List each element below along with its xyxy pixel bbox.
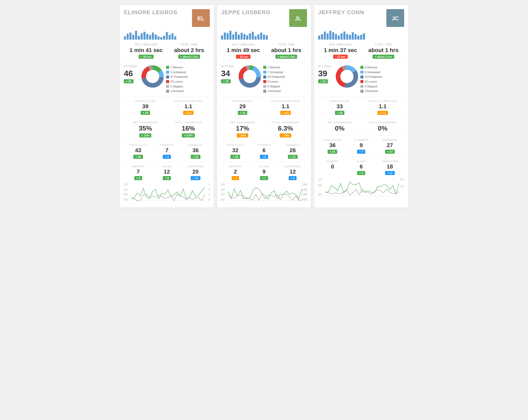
donut-chart xyxy=(238,65,261,88)
legend: 7 Winners 5 Scheduled 21 Postponed xyxy=(166,65,188,94)
net-conversion-block: NET CONVERSION 0% xyxy=(318,121,361,132)
avg-time-value: 1 min 41 sec xyxy=(129,47,163,54)
attempts-badge: + 2 xyxy=(163,155,171,159)
total-calls-badge: + 21 xyxy=(328,150,337,154)
claims-value: 9 xyxy=(250,168,278,175)
legend-label: 3 Archived xyxy=(365,89,378,94)
calls-row: TOTAL CALLS 43 + 24 ATTEMPTS 7 + 2 CONNE… xyxy=(124,144,210,159)
legend-item: 15 Losers xyxy=(360,79,382,84)
claims-value: 12 xyxy=(153,168,181,175)
legend-label: 21 Postponed xyxy=(170,74,188,79)
legend-item: 0 Skipped xyxy=(166,84,188,89)
claims-badge: + 1 xyxy=(260,176,268,180)
legend-label: 10 Losers xyxy=(170,79,183,84)
legend-item: 7 Scheduled xyxy=(263,70,285,75)
total-conversion-badge: + 5.8% xyxy=(182,133,195,137)
leads-row: LEADS CALLED 29 + 16 AVG CALLS PER LEAD … xyxy=(221,100,307,115)
time-section: AVG TIME/LEAD 1 min 49 sec - 16 sec TOTA… xyxy=(221,43,307,59)
attempts-value: 9 xyxy=(347,142,376,149)
calls-row: TOTAL CALLS 36 + 21 ATTEMPTS 9 + 7 CONNE… xyxy=(318,139,404,154)
claims-value: 6 xyxy=(347,163,376,170)
completed-badge: + 11 xyxy=(385,171,395,175)
leads-called-block: LEADS CALLED 29 + 16 xyxy=(221,100,264,115)
y-axis-right: 3 2 1 0 xyxy=(208,183,210,201)
card-header: JEFFREY CONN JC xyxy=(318,9,404,27)
legend-label: 0 Skipped xyxy=(268,84,280,89)
total-time-label: TOTAL TIME xyxy=(368,43,399,46)
actions-label: ACTIONS xyxy=(221,65,234,68)
donut-chart xyxy=(335,65,358,88)
avatar: JL xyxy=(289,9,307,27)
total-calls-badge: + 24 xyxy=(133,155,143,159)
avg-time-label: AVG TIME/LEAD xyxy=(227,43,260,46)
card-header: JEPPE LIISBERG JL xyxy=(221,9,307,27)
winners-value: 2 xyxy=(221,168,250,175)
net-conversion-label: NET CONVERSION xyxy=(221,121,264,124)
winners-block: WINNERS 0 xyxy=(318,160,347,175)
legend-item: 0 Skipped xyxy=(360,84,382,89)
avg-time-label: AVG TIME/LEAD xyxy=(129,43,163,46)
legend-item: 8 Losers xyxy=(263,79,285,84)
attempts-label: ATTEMPTS xyxy=(250,144,278,146)
completed-badge: + 11 xyxy=(191,176,200,180)
legend-item: 2 Winners xyxy=(263,65,285,70)
connects-label: CONNECTS xyxy=(375,139,404,141)
leads-called-value: 29 xyxy=(221,103,264,110)
connects-badge: + 13 xyxy=(288,155,298,159)
actions-row: ACTIONS 46 + 25 7 Winners xyxy=(124,65,210,94)
claims-badge: + 3 xyxy=(357,171,365,175)
claims-label: CLAIMS xyxy=(250,165,278,168)
chart-area xyxy=(325,178,397,196)
net-conversion-badge: + 13% xyxy=(139,133,152,137)
actions-badge: + 19 xyxy=(221,79,231,83)
legend-label: 8 Losers xyxy=(268,79,278,84)
total-conversion-value: 16% xyxy=(167,125,210,132)
conversion-row: NET CONVERSION 0% TOTAL CONVERSION 0% xyxy=(318,121,404,132)
completed-badge: + 5 xyxy=(289,176,297,180)
total-conversion-block: TOTAL CONVERSION 16% + 5.8% xyxy=(167,121,210,137)
winners-block: WINNERS 2 - 1 xyxy=(221,165,250,180)
avatar: EL xyxy=(192,9,210,27)
total-time-label: TOTAL TIME xyxy=(271,43,301,46)
leads-row: LEADS CALLED 33 + 18 AVG CALLS PER LEAD … xyxy=(318,100,404,115)
total-time-label: TOTAL TIME xyxy=(174,43,204,46)
legend-label: 7 Winners xyxy=(170,65,183,70)
avatar: JC xyxy=(386,9,404,27)
avg-calls-block: AVG CALLS PER LEAD 1.1 + 0.1 xyxy=(361,100,404,115)
card-name: JEFFREY CONN xyxy=(318,9,364,16)
legend-item: 6 Scheduled xyxy=(360,70,382,75)
card-jeffrey: JEFFREY CONN JC AVG TIME/LEAD 1 min 37 s… xyxy=(314,5,408,208)
avg-time-badge: + 18 sec xyxy=(139,55,154,59)
legend-item: 5 Scheduled xyxy=(166,70,188,75)
winners-value: 7 xyxy=(124,168,153,175)
mini-bar-chart xyxy=(221,29,307,40)
total-time-value: about 1 hrs xyxy=(368,47,399,54)
avg-calls-badge: + 0.1 xyxy=(183,111,194,115)
avg-calls-block: AVG CALLS PER LEAD 1.1 + 0.1 xyxy=(167,100,210,115)
cards-container: ELINORE LEGROS EL AVG TIME/LEAD 1 min 41… xyxy=(120,5,408,208)
net-conversion-label: NET CONVERSION xyxy=(318,121,361,124)
leads-called-block: LEADS CALLED 39 + 20 xyxy=(124,100,167,115)
claims-block: CLAIMS 12 + 8 xyxy=(153,165,181,180)
legend-item: 15 Postponed xyxy=(360,74,382,79)
actions-value: 39 xyxy=(318,69,327,78)
leads-called-badge: + 16 xyxy=(238,111,247,115)
completed-block: COMPLETED 12 + 5 xyxy=(278,165,307,180)
winners-label: WINNERS xyxy=(124,165,153,168)
total-time-badge: + about 1 hrs xyxy=(275,55,297,59)
actions-row: ACTIONS 34 + 19 2 Winners xyxy=(221,65,307,94)
attempts-value: 7 xyxy=(153,147,181,154)
leads-called-value: 39 xyxy=(124,103,167,110)
leads-called-label: LEADS CALLED xyxy=(318,100,361,102)
avg-calls-value: 1.1 xyxy=(361,103,404,110)
total-conversion-label: TOTAL CONVERSION xyxy=(167,121,210,124)
connects-badge: + 14 xyxy=(385,150,395,154)
avg-time-block: AVG TIME/LEAD 1 min 49 sec - 16 sec xyxy=(227,43,260,59)
avg-time-block: AVG TIME/LEAD 1 min 41 sec + 18 sec xyxy=(129,43,163,59)
winners-label: WINNERS xyxy=(318,160,347,163)
attempts-block: ATTEMPTS 7 + 2 xyxy=(153,144,181,159)
legend-item: 7 Winners xyxy=(166,65,188,70)
avg-time-badge: - 13 sec xyxy=(333,55,347,59)
legend-item: 3 Archived xyxy=(166,89,188,94)
legend: 0 Winners 6 Scheduled 15 Postponed xyxy=(360,65,382,94)
